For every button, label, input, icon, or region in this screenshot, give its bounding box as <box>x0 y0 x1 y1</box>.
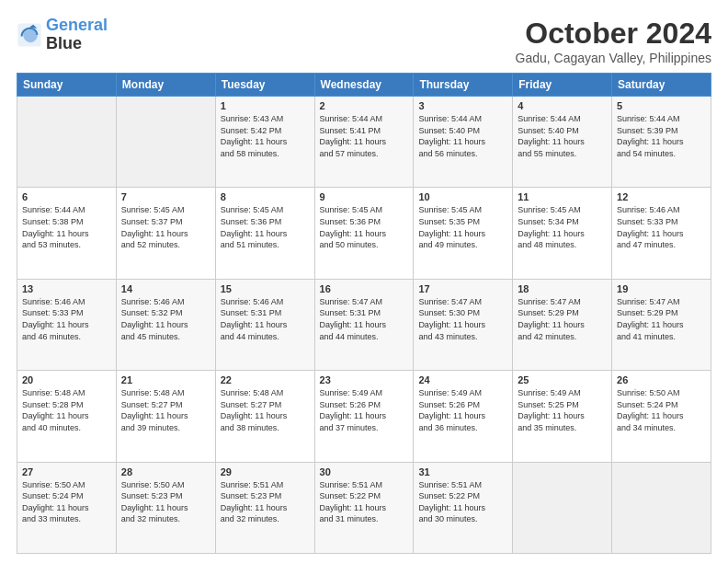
calendar-cell <box>612 462 711 553</box>
calendar-cell: 16Sunrise: 5:47 AM Sunset: 5:31 PM Dayli… <box>314 279 414 370</box>
day-number: 30 <box>320 466 409 477</box>
calendar-cell: 6Sunrise: 5:44 AM Sunset: 5:38 PM Daylig… <box>17 188 117 279</box>
calendar-cell: 28Sunrise: 5:50 AM Sunset: 5:23 PM Dayli… <box>116 462 215 553</box>
calendar-cell: 5Sunrise: 5:44 AM Sunset: 5:39 PM Daylig… <box>612 97 711 188</box>
day-number: 4 <box>518 100 607 111</box>
logo-text: General Blue <box>46 17 108 53</box>
day-number: 14 <box>121 283 210 294</box>
day-number: 13 <box>22 283 111 294</box>
calendar-table: Sunday Monday Tuesday Wednesday Thursday… <box>17 73 711 554</box>
day-number: 6 <box>22 191 111 202</box>
col-tuesday: Tuesday <box>215 74 314 97</box>
calendar-cell: 9Sunrise: 5:45 AM Sunset: 5:36 PM Daylig… <box>314 188 414 279</box>
day-info: Sunrise: 5:50 AM Sunset: 5:24 PM Dayligh… <box>617 387 706 433</box>
day-number: 17 <box>418 283 507 294</box>
day-info: Sunrise: 5:44 AM Sunset: 5:40 PM Dayligh… <box>418 113 507 159</box>
day-info: Sunrise: 5:46 AM Sunset: 5:33 PM Dayligh… <box>22 296 111 342</box>
day-info: Sunrise: 5:44 AM Sunset: 5:38 PM Dayligh… <box>22 204 111 250</box>
calendar-cell: 4Sunrise: 5:44 AM Sunset: 5:40 PM Daylig… <box>513 97 612 188</box>
day-info: Sunrise: 5:47 AM Sunset: 5:29 PM Dayligh… <box>617 296 706 342</box>
day-info: Sunrise: 5:46 AM Sunset: 5:32 PM Dayligh… <box>121 296 210 342</box>
day-info: Sunrise: 5:43 AM Sunset: 5:42 PM Dayligh… <box>221 113 310 159</box>
calendar-header: Sunday Monday Tuesday Wednesday Thursday… <box>17 74 711 97</box>
calendar-cell: 21Sunrise: 5:48 AM Sunset: 5:27 PM Dayli… <box>116 371 215 462</box>
calendar-week-5: 27Sunrise: 5:50 AM Sunset: 5:24 PM Dayli… <box>17 462 711 553</box>
page: General Blue October 2024 Gadu, Cagayan … <box>0 0 728 563</box>
day-number: 18 <box>518 283 607 294</box>
day-number: 16 <box>320 283 409 294</box>
calendar-week-1: 1Sunrise: 5:43 AM Sunset: 5:42 PM Daylig… <box>17 97 711 188</box>
col-sunday: Sunday <box>17 74 117 97</box>
day-number: 23 <box>320 374 409 385</box>
calendar-cell: 7Sunrise: 5:45 AM Sunset: 5:37 PM Daylig… <box>116 188 215 279</box>
calendar-cell <box>17 97 117 188</box>
calendar-cell: 1Sunrise: 5:43 AM Sunset: 5:42 PM Daylig… <box>215 97 314 188</box>
header: General Blue October 2024 Gadu, Cagayan … <box>17 17 711 65</box>
calendar-cell: 29Sunrise: 5:51 AM Sunset: 5:23 PM Dayli… <box>215 462 314 553</box>
col-wednesday: Wednesday <box>314 74 414 97</box>
calendar-cell: 18Sunrise: 5:47 AM Sunset: 5:29 PM Dayli… <box>513 279 612 370</box>
day-number: 2 <box>320 100 409 111</box>
day-info: Sunrise: 5:45 AM Sunset: 5:36 PM Dayligh… <box>320 204 409 250</box>
calendar-week-4: 20Sunrise: 5:48 AM Sunset: 5:28 PM Dayli… <box>17 371 711 462</box>
day-info: Sunrise: 5:44 AM Sunset: 5:39 PM Dayligh… <box>617 113 706 159</box>
calendar-cell: 31Sunrise: 5:51 AM Sunset: 5:22 PM Dayli… <box>414 462 513 553</box>
day-number: 3 <box>418 100 507 111</box>
location: Gadu, Cagayan Valley, Philippines <box>516 51 712 65</box>
calendar-cell: 14Sunrise: 5:46 AM Sunset: 5:32 PM Dayli… <box>116 279 215 370</box>
day-info: Sunrise: 5:48 AM Sunset: 5:27 PM Dayligh… <box>121 387 210 433</box>
day-number: 11 <box>518 191 607 202</box>
header-row: Sunday Monday Tuesday Wednesday Thursday… <box>17 74 711 97</box>
day-info: Sunrise: 5:49 AM Sunset: 5:25 PM Dayligh… <box>518 387 607 433</box>
calendar-cell: 15Sunrise: 5:46 AM Sunset: 5:31 PM Dayli… <box>215 279 314 370</box>
calendar-cell: 11Sunrise: 5:45 AM Sunset: 5:34 PM Dayli… <box>513 188 612 279</box>
logo: General Blue <box>17 17 108 53</box>
day-info: Sunrise: 5:44 AM Sunset: 5:41 PM Dayligh… <box>320 113 409 159</box>
calendar-body: 1Sunrise: 5:43 AM Sunset: 5:42 PM Daylig… <box>17 97 711 554</box>
calendar-cell: 12Sunrise: 5:46 AM Sunset: 5:33 PM Dayli… <box>612 188 711 279</box>
col-thursday: Thursday <box>414 74 513 97</box>
day-info: Sunrise: 5:46 AM Sunset: 5:33 PM Dayligh… <box>617 204 706 250</box>
day-info: Sunrise: 5:47 AM Sunset: 5:30 PM Dayligh… <box>418 296 507 342</box>
day-number: 15 <box>221 283 310 294</box>
day-number: 29 <box>221 466 310 477</box>
day-number: 22 <box>221 374 310 385</box>
day-number: 26 <box>617 374 706 385</box>
day-number: 9 <box>320 191 409 202</box>
month-title: October 2024 <box>516 17 712 51</box>
day-info: Sunrise: 5:51 AM Sunset: 5:23 PM Dayligh… <box>221 479 310 525</box>
calendar-cell: 8Sunrise: 5:45 AM Sunset: 5:36 PM Daylig… <box>215 188 314 279</box>
calendar-week-3: 13Sunrise: 5:46 AM Sunset: 5:33 PM Dayli… <box>17 279 711 370</box>
day-number: 25 <box>518 374 607 385</box>
col-friday: Friday <box>513 74 612 97</box>
day-info: Sunrise: 5:47 AM Sunset: 5:29 PM Dayligh… <box>518 296 607 342</box>
day-number: 19 <box>617 283 706 294</box>
calendar-cell: 10Sunrise: 5:45 AM Sunset: 5:35 PM Dayli… <box>414 188 513 279</box>
day-number: 8 <box>221 191 310 202</box>
day-info: Sunrise: 5:49 AM Sunset: 5:26 PM Dayligh… <box>418 387 507 433</box>
day-info: Sunrise: 5:46 AM Sunset: 5:31 PM Dayligh… <box>221 296 310 342</box>
col-monday: Monday <box>116 74 215 97</box>
calendar-cell: 2Sunrise: 5:44 AM Sunset: 5:41 PM Daylig… <box>314 97 414 188</box>
calendar-cell: 22Sunrise: 5:48 AM Sunset: 5:27 PM Dayli… <box>215 371 314 462</box>
day-info: Sunrise: 5:51 AM Sunset: 5:22 PM Dayligh… <box>320 479 409 525</box>
calendar-cell: 27Sunrise: 5:50 AM Sunset: 5:24 PM Dayli… <box>17 462 117 553</box>
calendar-week-2: 6Sunrise: 5:44 AM Sunset: 5:38 PM Daylig… <box>17 188 711 279</box>
day-info: Sunrise: 5:45 AM Sunset: 5:36 PM Dayligh… <box>221 204 310 250</box>
day-number: 10 <box>418 191 507 202</box>
calendar-cell: 26Sunrise: 5:50 AM Sunset: 5:24 PM Dayli… <box>612 371 711 462</box>
day-number: 21 <box>121 374 210 385</box>
day-info: Sunrise: 5:45 AM Sunset: 5:35 PM Dayligh… <box>418 204 507 250</box>
day-number: 27 <box>22 466 111 477</box>
day-number: 24 <box>418 374 507 385</box>
calendar-cell: 13Sunrise: 5:46 AM Sunset: 5:33 PM Dayli… <box>17 279 117 370</box>
day-number: 5 <box>617 100 706 111</box>
calendar-cell: 17Sunrise: 5:47 AM Sunset: 5:30 PM Dayli… <box>414 279 513 370</box>
day-info: Sunrise: 5:50 AM Sunset: 5:24 PM Dayligh… <box>22 479 111 525</box>
day-number: 20 <box>22 374 111 385</box>
day-info: Sunrise: 5:45 AM Sunset: 5:37 PM Dayligh… <box>121 204 210 250</box>
calendar-cell <box>116 97 215 188</box>
calendar-cell: 20Sunrise: 5:48 AM Sunset: 5:28 PM Dayli… <box>17 371 117 462</box>
day-info: Sunrise: 5:48 AM Sunset: 5:28 PM Dayligh… <box>22 387 111 433</box>
day-number: 7 <box>121 191 210 202</box>
